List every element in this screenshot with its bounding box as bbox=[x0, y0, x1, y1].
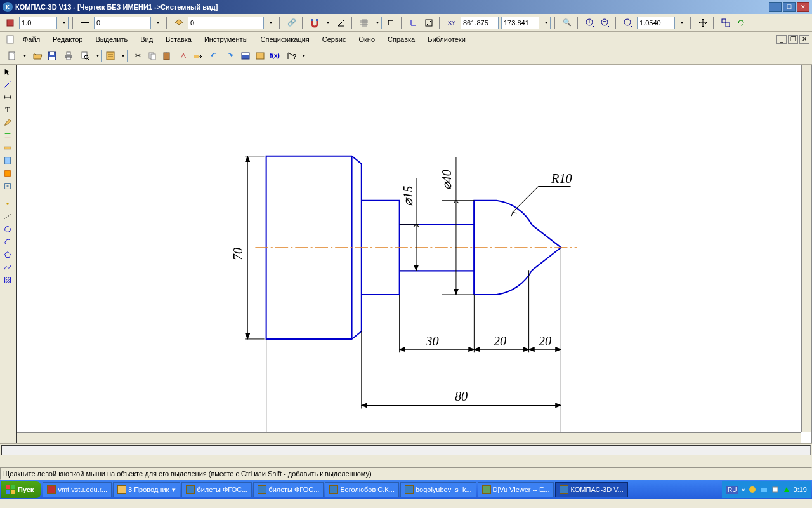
menu-view[interactable]: Вид bbox=[135, 34, 158, 45]
task-item-7[interactable]: КОМПАС-3D V... bbox=[555, 482, 627, 497]
maximize-button[interactable]: ☐ bbox=[783, 2, 796, 12]
menu-window[interactable]: Окно bbox=[353, 34, 380, 45]
properties-drop[interactable]: ▾ bbox=[119, 50, 128, 62]
tool-spec[interactable] bbox=[1, 155, 14, 166]
open-icon[interactable] bbox=[31, 50, 44, 62]
menu-file[interactable]: Файл bbox=[18, 34, 45, 45]
ortho-icon[interactable] bbox=[384, 17, 397, 29]
zoom-out-icon[interactable]: − bbox=[599, 17, 612, 29]
tool-hatch[interactable] bbox=[1, 274, 14, 286]
fx-icon[interactable]: f(x) bbox=[268, 50, 281, 62]
paste-icon[interactable] bbox=[160, 50, 173, 62]
menu-service[interactable]: Сервис bbox=[317, 34, 351, 45]
menu-spec[interactable]: Спецификация bbox=[256, 34, 315, 45]
style-drop[interactable]: ▾ bbox=[154, 17, 162, 29]
coord-y-input[interactable] bbox=[501, 17, 539, 29]
vars-icon[interactable] bbox=[254, 50, 266, 62]
help-drop[interactable]: ▾ bbox=[299, 50, 308, 62]
tool-dimension[interactable] bbox=[1, 91, 14, 103]
style-input[interactable] bbox=[94, 17, 151, 29]
menu-editor[interactable]: Редактор bbox=[48, 34, 88, 45]
tool-auxline[interactable] bbox=[1, 211, 14, 222]
task-item-3[interactable]: билеты ФГОС... bbox=[253, 482, 324, 497]
scale-input[interactable] bbox=[19, 17, 57, 29]
drawing-canvas[interactable]: 70 ⌀15 ⌀40 R10 bbox=[16, 65, 812, 443]
task-item-1[interactable]: 3 Проводник▾ bbox=[113, 482, 180, 497]
task-item-5[interactable]: bogolyubov_s_k... bbox=[400, 482, 476, 497]
window-tile-icon[interactable] bbox=[719, 17, 732, 29]
grid-icon[interactable] bbox=[358, 17, 370, 29]
lang-indicator[interactable]: RU bbox=[726, 486, 738, 494]
copy-props-icon[interactable] bbox=[192, 50, 204, 62]
style-icon[interactable] bbox=[79, 17, 91, 29]
tool-text[interactable]: T bbox=[1, 104, 14, 116]
tool-select[interactable] bbox=[1, 66, 14, 77]
print-icon[interactable] bbox=[62, 50, 75, 62]
minimize-button[interactable]: _ bbox=[769, 2, 782, 12]
preview-drop[interactable]: ▾ bbox=[93, 50, 102, 62]
tool-param[interactable] bbox=[1, 130, 14, 141]
magnet-drop[interactable]: ▾ bbox=[324, 17, 332, 29]
pan-icon[interactable] bbox=[697, 17, 709, 29]
refresh-icon[interactable] bbox=[735, 17, 747, 29]
attributes-icon[interactable] bbox=[177, 50, 190, 62]
zoom-drop[interactable]: ▾ bbox=[678, 17, 686, 29]
scale-drop[interactable]: ▾ bbox=[60, 17, 69, 29]
tray-icon-2[interactable] bbox=[759, 485, 768, 494]
start-button[interactable]: Пуск bbox=[1, 481, 41, 498]
zoom-icon[interactable]: 🔍 bbox=[561, 17, 573, 29]
task-item-0[interactable]: vmt.vstu.edu.r... bbox=[43, 482, 112, 497]
coord-x-input[interactable] bbox=[461, 17, 499, 29]
tray-expand[interactable]: « bbox=[741, 486, 745, 493]
menu-insert[interactable]: Вставка bbox=[160, 34, 197, 45]
layer-input[interactable] bbox=[188, 17, 264, 29]
properties-icon[interactable] bbox=[104, 50, 117, 62]
layer-drop[interactable]: ▾ bbox=[266, 17, 275, 29]
doc-minimize[interactable]: _ bbox=[776, 35, 787, 44]
doc-restore[interactable]: ❐ bbox=[788, 35, 798, 44]
clock[interactable]: 0:19 bbox=[794, 486, 807, 493]
undo-icon[interactable] bbox=[208, 50, 221, 62]
manager-icon[interactable] bbox=[239, 50, 252, 62]
zoom-fit-icon[interactable] bbox=[622, 17, 634, 29]
tray-icon-1[interactable] bbox=[748, 485, 757, 494]
tool-circle[interactable] bbox=[1, 224, 14, 235]
cut-icon[interactable]: ✂ bbox=[131, 50, 144, 62]
tray-icon-4[interactable] bbox=[782, 485, 791, 494]
save-icon[interactable] bbox=[46, 50, 58, 62]
layer-icon[interactable] bbox=[173, 17, 185, 29]
coord-drop[interactable]: ▾ bbox=[542, 17, 551, 29]
angle-snap-icon[interactable] bbox=[335, 17, 348, 29]
scrollbar-vertical[interactable] bbox=[801, 65, 811, 432]
local-cs-icon[interactable] bbox=[407, 17, 420, 29]
preview-icon[interactable] bbox=[79, 50, 91, 62]
tool-insert[interactable] bbox=[1, 180, 14, 192]
tool-spline[interactable] bbox=[1, 262, 14, 273]
new-drop[interactable]: ▾ bbox=[20, 50, 29, 62]
menu-libs[interactable]: Библиотеки bbox=[422, 34, 471, 45]
menu-tools[interactable]: Инструменты bbox=[199, 34, 253, 45]
task-item-4[interactable]: Боголюбов С.К... bbox=[325, 482, 399, 497]
tool-report[interactable] bbox=[1, 168, 14, 179]
new-icon[interactable] bbox=[6, 50, 18, 62]
cs-toggle-icon[interactable] bbox=[422, 17, 435, 29]
task-item-2[interactable]: билеты ФГОС... bbox=[181, 482, 252, 497]
tool-edit[interactable] bbox=[1, 117, 14, 128]
menu-select[interactable]: Выделить bbox=[90, 34, 133, 45]
command-input[interactable] bbox=[1, 445, 811, 455]
close-button[interactable]: ✕ bbox=[797, 2, 809, 12]
zoom-input[interactable] bbox=[637, 17, 675, 29]
redo-icon[interactable] bbox=[223, 50, 235, 62]
tool-measure[interactable] bbox=[1, 142, 14, 154]
tool-line[interactable] bbox=[1, 79, 14, 90]
magnet-icon[interactable] bbox=[308, 17, 321, 29]
tool-polygon[interactable] bbox=[1, 249, 14, 260]
tool-point[interactable] bbox=[1, 198, 14, 210]
menu-help[interactable]: Справка bbox=[383, 34, 420, 45]
tool-arc[interactable] bbox=[1, 236, 14, 248]
zoom-in-icon[interactable]: + bbox=[584, 17, 596, 29]
xy-label-icon[interactable]: XY bbox=[445, 17, 458, 29]
doc-close[interactable]: ✕ bbox=[799, 35, 809, 44]
copy-icon[interactable] bbox=[146, 50, 159, 62]
help-icon[interactable]: ? bbox=[285, 50, 298, 62]
